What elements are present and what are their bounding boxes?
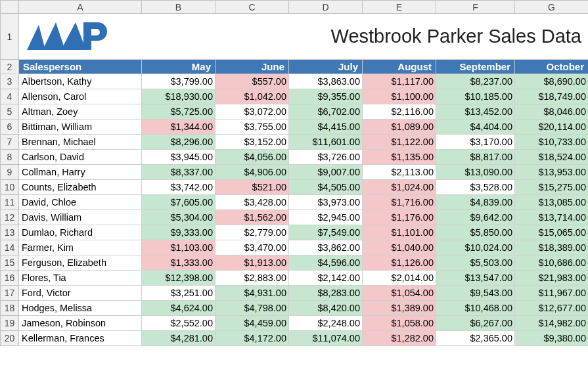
salesperson-cell[interactable]: Carlson, David	[19, 150, 142, 165]
data-cell[interactable]: $8,817.00	[436, 150, 515, 165]
data-cell[interactable]: $4,798.00	[215, 301, 289, 316]
data-cell[interactable]: $1,135.00	[363, 150, 436, 165]
data-cell[interactable]: $1,024.00	[363, 180, 436, 195]
data-cell[interactable]: $18,930.00	[142, 89, 215, 104]
data-cell[interactable]: $10,733.00	[515, 135, 589, 150]
data-cell[interactable]: $4,281.00	[142, 331, 215, 346]
salesperson-cell[interactable]: David, Chloe	[19, 195, 142, 210]
data-cell[interactable]: $2,248.00	[289, 316, 363, 331]
data-cell[interactable]: $3,072.00	[215, 104, 289, 120]
data-cell[interactable]: $9,355.00	[289, 89, 363, 104]
salesperson-cell[interactable]: Altman, Zoey	[19, 104, 142, 120]
data-cell[interactable]: $5,304.00	[142, 210, 215, 225]
data-cell[interactable]: $8,337.00	[142, 165, 215, 180]
salesperson-cell[interactable]: Ferguson, Elizabeth	[19, 255, 142, 271]
data-cell[interactable]: $3,755.00	[215, 120, 289, 135]
data-cell[interactable]: $3,799.00	[142, 74, 215, 89]
data-cell[interactable]: $2,014.00	[363, 271, 436, 286]
data-cell[interactable]: $9,007.00	[289, 165, 363, 180]
data-cell[interactable]: $1,100.00	[363, 89, 436, 104]
data-cell[interactable]: $7,605.00	[142, 195, 215, 210]
data-cell[interactable]: $4,404.00	[436, 120, 515, 135]
data-cell[interactable]: $15,275.00	[515, 180, 589, 195]
salesperson-cell[interactable]: Collman, Harry	[19, 165, 142, 180]
header-may[interactable]: May	[142, 60, 215, 74]
row-header-10[interactable]: 10	[1, 180, 19, 195]
data-cell[interactable]: $12,398.00	[142, 271, 215, 286]
header-october[interactable]: October	[515, 60, 589, 74]
data-cell[interactable]: $10,185.00	[436, 89, 515, 104]
data-cell[interactable]: $8,296.00	[142, 135, 215, 150]
data-cell[interactable]: $3,251.00	[142, 286, 215, 301]
data-cell[interactable]: $14,982.00	[515, 316, 589, 331]
salesperson-cell[interactable]: Dumlao, Richard	[19, 225, 142, 240]
data-cell[interactable]: $4,415.00	[289, 120, 363, 135]
data-cell[interactable]: $2,779.00	[215, 225, 289, 240]
col-header-E[interactable]: E	[363, 1, 436, 14]
data-cell[interactable]: $13,714.00	[515, 210, 589, 225]
salesperson-cell[interactable]: Jameson, Robinson	[19, 316, 142, 331]
data-cell[interactable]: $1,040.00	[363, 240, 436, 255]
row-header-2[interactable]: 2	[1, 60, 19, 74]
data-cell[interactable]: $5,503.00	[436, 255, 515, 271]
data-cell[interactable]: $3,863.00	[289, 74, 363, 89]
data-cell[interactable]: $3,170.00	[436, 135, 515, 150]
data-cell[interactable]: $1,103.00	[142, 240, 215, 255]
spreadsheet-grid[interactable]: A B C D E F G 1	[0, 0, 588, 346]
row-header-18[interactable]: 18	[1, 301, 19, 316]
data-cell[interactable]: $1,042.00	[215, 89, 289, 104]
data-cell[interactable]: $4,056.00	[215, 150, 289, 165]
col-header-A[interactable]: A	[19, 1, 142, 14]
salesperson-cell[interactable]: Allenson, Carol	[19, 89, 142, 104]
data-cell[interactable]: $4,505.00	[289, 180, 363, 195]
row-header-5[interactable]: 5	[1, 104, 19, 120]
salesperson-cell[interactable]: Farmer, Kim	[19, 240, 142, 255]
data-cell[interactable]: $11,601.00	[289, 135, 363, 150]
data-cell[interactable]: $8,420.00	[289, 301, 363, 316]
data-cell[interactable]: $2,945.00	[289, 210, 363, 225]
data-cell[interactable]: $7,549.00	[289, 225, 363, 240]
data-cell[interactable]: $21,983.00	[515, 271, 589, 286]
data-cell[interactable]: $4,459.00	[215, 316, 289, 331]
data-cell[interactable]: $3,726.00	[289, 150, 363, 165]
data-cell[interactable]: $3,428.00	[215, 195, 289, 210]
data-cell[interactable]: $3,945.00	[142, 150, 215, 165]
header-july[interactable]: July	[289, 60, 363, 74]
row-header-1[interactable]: 1	[1, 14, 19, 60]
salesperson-cell[interactable]: Albertson, Kathy	[19, 74, 142, 89]
data-cell[interactable]: $6,267.00	[436, 316, 515, 331]
row-header-17[interactable]: 17	[1, 286, 19, 301]
data-cell[interactable]: $20,114.00	[515, 120, 589, 135]
header-september[interactable]: September	[436, 60, 515, 74]
data-cell[interactable]: $2,116.00	[363, 104, 436, 120]
row-header-19[interactable]: 19	[1, 316, 19, 331]
data-cell[interactable]: $8,283.00	[289, 286, 363, 301]
data-cell[interactable]: $8,690.00	[515, 74, 589, 89]
data-cell[interactable]: $4,839.00	[436, 195, 515, 210]
salesperson-cell[interactable]: Brennan, Michael	[19, 135, 142, 150]
data-cell[interactable]: $18,749.00	[515, 89, 589, 104]
data-cell[interactable]: $1,562.00	[215, 210, 289, 225]
col-header-F[interactable]: F	[436, 1, 515, 14]
data-cell[interactable]: $3,152.00	[215, 135, 289, 150]
col-header-C[interactable]: C	[215, 1, 289, 14]
data-cell[interactable]: $18,524.00	[515, 150, 589, 165]
data-cell[interactable]: $13,090.00	[436, 165, 515, 180]
data-cell[interactable]: $5,850.00	[436, 225, 515, 240]
data-cell[interactable]: $10,468.00	[436, 301, 515, 316]
data-cell[interactable]: $12,677.00	[515, 301, 589, 316]
data-cell[interactable]: $4,172.00	[215, 331, 289, 346]
data-cell[interactable]: $1,716.00	[363, 195, 436, 210]
data-cell[interactable]: $13,953.00	[515, 165, 589, 180]
data-cell[interactable]: $1,117.00	[363, 74, 436, 89]
row-header-9[interactable]: 9	[1, 165, 19, 180]
salesperson-cell[interactable]: Ford, Victor	[19, 286, 142, 301]
data-cell[interactable]: $13,452.00	[436, 104, 515, 120]
row-header-8[interactable]: 8	[1, 150, 19, 165]
data-cell[interactable]: $18,389.00	[515, 240, 589, 255]
header-june[interactable]: June	[215, 60, 289, 74]
data-cell[interactable]: $1,101.00	[363, 225, 436, 240]
data-cell[interactable]: $15,065.00	[515, 225, 589, 240]
data-cell[interactable]: $557.00	[215, 74, 289, 89]
data-cell[interactable]: $11,074.00	[289, 331, 363, 346]
